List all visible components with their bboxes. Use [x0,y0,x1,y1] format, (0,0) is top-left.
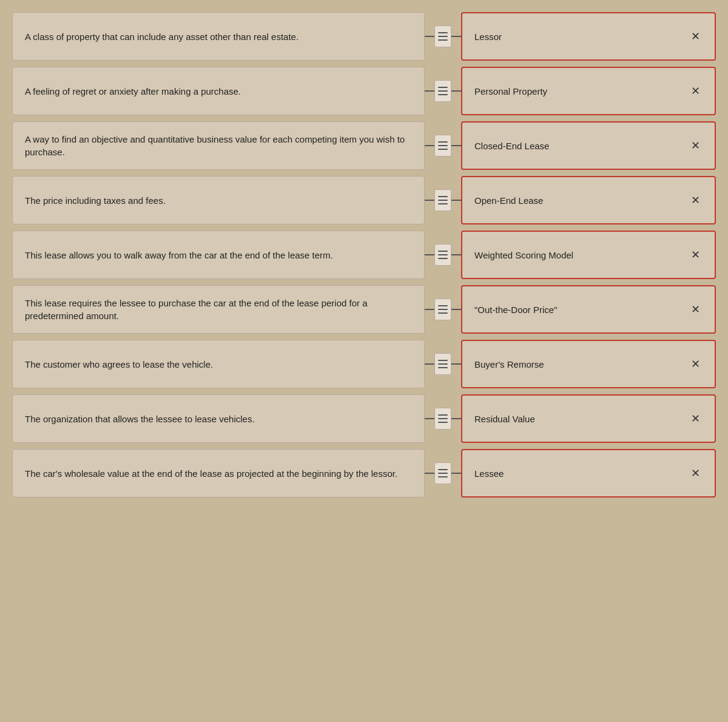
drag-handle-3[interactable] [434,135,451,157]
connector-4 [425,176,461,224]
drag-line-1 [438,141,448,143]
drag-line-1 [438,360,448,361]
close-button-7[interactable] [688,357,703,371]
drag-handle-8[interactable] [434,408,451,430]
drag-handle-6[interactable] [434,299,451,320]
drag-line-3 [438,476,448,477]
right-card-text-3: Closed-End Lease [474,140,682,152]
right-card-4[interactable]: Open-End Lease [461,176,716,224]
drag-line-3 [438,203,448,204]
left-card-9: The car's wholesale value at the end of … [12,449,425,498]
left-card-8: The organization that allows the lessee … [12,394,425,443]
drag-line-2 [438,145,448,146]
left-card-1: A class of property that can include any… [12,12,425,61]
drag-line-3 [438,258,448,259]
drag-line-3 [438,39,448,41]
left-card-text-5: This lease allows you to walk away from … [25,249,333,261]
right-card-6[interactable]: "Out-the-Door Price" [461,285,716,334]
drag-line-2 [438,200,448,201]
matching-row-6: This lease requires the lessee to purcha… [12,285,716,334]
matching-row-1: A class of property that can include any… [12,12,716,61]
connector-8 [425,394,461,443]
right-card-2[interactable]: Personal Property [461,67,716,115]
right-card-5[interactable]: Weighted Scoring Model [461,231,716,279]
drag-line-1 [438,414,448,416]
matching-row-3: A way to find an objective and quantitat… [12,121,716,170]
drag-handle-4[interactable] [434,189,451,211]
drag-line-3 [438,312,448,314]
left-card-2: A feeling of regret or anxiety after mak… [12,67,425,115]
drag-line-3 [438,94,448,95]
matching-row-9: The car's wholesale value at the end of … [12,449,716,498]
drag-line-2 [438,363,448,365]
drag-line-2 [438,418,448,419]
left-card-text-3: A way to find an objective and quantitat… [25,133,412,158]
drag-line-1 [438,196,448,197]
drag-line-1 [438,32,448,33]
right-card-text-5: Weighted Scoring Model [474,249,682,261]
right-card-1[interactable]: Lessor [461,12,716,61]
drag-line-2 [438,309,448,310]
matching-row-4: The price including taxes and fees. Open… [12,176,716,224]
drag-line-1 [438,251,448,252]
connector-5 [425,231,461,279]
left-card-text-8: The organization that allows the lessee … [25,413,255,425]
left-card-5: This lease allows you to walk away from … [12,231,425,279]
right-card-text-9: Lessee [474,467,682,480]
close-button-3[interactable] [688,138,703,153]
drag-line-3 [438,367,448,368]
right-card-text-2: Personal Property [474,85,682,98]
left-card-4: The price including taxes and fees. [12,176,425,224]
matching-row-5: This lease allows you to walk away from … [12,231,716,279]
right-card-7[interactable]: Buyer's Remorse [461,340,716,388]
right-card-text-6: "Out-the-Door Price" [474,303,682,316]
right-card-9[interactable]: Lessee [461,449,716,498]
drag-handle-7[interactable] [434,353,451,375]
left-card-3: A way to find an objective and quantitat… [12,121,425,170]
close-button-5[interactable] [688,248,703,262]
close-button-6[interactable] [688,302,703,317]
drag-handle-2[interactable] [434,80,451,102]
close-button-4[interactable] [688,193,703,207]
right-card-text-7: Buyer's Remorse [474,358,682,371]
drag-handle-5[interactable] [434,244,451,266]
close-button-8[interactable] [688,411,703,426]
right-card-8[interactable]: Residual Value [461,394,716,443]
drag-line-2 [438,36,448,37]
connector-3 [425,121,461,170]
matching-row-2: A feeling of regret or anxiety after mak… [12,67,716,115]
connector-7 [425,340,461,388]
drag-handle-9[interactable] [434,462,451,484]
drag-line-2 [438,90,448,92]
matching-activity: A class of property that can include any… [12,12,716,498]
right-card-3[interactable]: Closed-End Lease [461,121,716,170]
connector-9 [425,449,461,498]
drag-line-1 [438,305,448,306]
connector-1 [425,12,461,61]
left-card-text-9: The car's wholesale value at the end of … [25,467,397,480]
right-card-text-1: Lessor [474,30,682,43]
connector-6 [425,285,461,334]
drag-line-2 [438,473,448,474]
close-button-1[interactable] [688,29,703,44]
drag-line-1 [438,87,448,88]
left-card-text-4: The price including taxes and fees. [25,194,166,207]
drag-handle-1[interactable] [434,25,451,47]
drag-line-3 [438,422,448,423]
right-card-text-4: Open-End Lease [474,194,682,207]
left-card-text-6: This lease requires the lessee to purcha… [25,297,412,322]
left-card-7: The customer who agrees to lease the veh… [12,340,425,388]
close-button-9[interactable] [688,466,703,481]
left-card-6: This lease requires the lessee to purcha… [12,285,425,334]
drag-line-1 [438,469,448,470]
drag-line-3 [438,149,448,150]
connector-2 [425,67,461,115]
close-button-2[interactable] [688,84,703,98]
matching-row-7: The customer who agrees to lease the veh… [12,340,716,388]
left-card-text-2: A feeling of regret or anxiety after mak… [25,85,241,98]
left-card-text-7: The customer who agrees to lease the veh… [25,358,213,371]
matching-row-8: The organization that allows the lessee … [12,394,716,443]
right-card-text-8: Residual Value [474,413,682,425]
left-card-text-1: A class of property that can include any… [25,30,298,43]
drag-line-2 [438,254,448,255]
